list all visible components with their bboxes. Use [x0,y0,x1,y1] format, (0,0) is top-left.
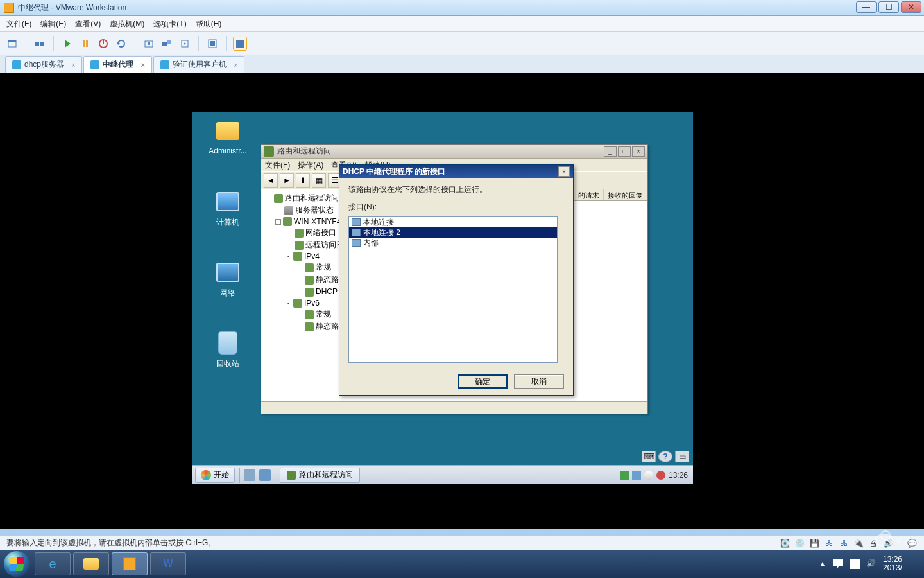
quicklaunch-desktop-icon[interactable] [259,469,271,481]
host-start-button[interactable] [4,551,30,577]
vmware-icon [123,557,136,570]
tb-fullscreen-icon[interactable] [233,37,247,51]
mmc-minimize-button[interactable]: _ [604,146,617,157]
menu-tabs[interactable]: 选项卡(T) [153,19,186,30]
host-date[interactable]: 2013/ [883,564,902,572]
taskbar-word[interactable]: W [150,552,186,575]
vm-display-area[interactable]: Administr... 计算机 网络 回收站 路由和远程访问 [0,73,924,529]
interface-list-item[interactable]: 本地连接 [349,217,557,227]
interface-list-item[interactable]: 本地连接 2 [349,227,557,238]
tab-close-icon[interactable]: × [71,61,75,69]
guest-systray[interactable]: 13:26 [615,471,693,480]
menu-help[interactable]: 帮助(H) [196,19,222,30]
desktop-icon-network[interactable]: 网络 [205,259,250,299]
guest-device-icon[interactable]: ⌨ [642,451,656,462]
tb-suspend-icon[interactable] [78,37,92,51]
tree-node-icon [293,252,302,261]
interface-list-item[interactable]: 内部 [349,238,557,248]
tb-revert-icon[interactable] [178,37,192,51]
status-net2-icon[interactable]: 🖧 [838,538,850,548]
tb-home-icon[interactable] [5,37,19,51]
nav-forward-icon[interactable]: ► [280,173,294,188]
status-cd-icon[interactable]: 💿 [794,538,805,548]
svg-rect-3 [40,42,44,46]
dialog-title-text: DHCP 中继代理程序 的新接口 [343,166,445,177]
taskbar-explorer[interactable] [73,552,109,575]
status-hdd-icon[interactable]: 💽 [779,538,791,548]
tree-node-icon [295,229,304,238]
tree-expand-icon[interactable]: - [286,254,291,259]
nav-up-icon[interactable]: ⬆ [296,173,310,188]
nav-back-icon[interactable]: ◄ [264,173,278,188]
tray-updates-icon[interactable] [644,471,653,480]
tree-expand-icon[interactable]: - [275,219,281,225]
desktop-icon-recycle-bin[interactable]: 回收站 [205,330,250,369]
windows-logo-icon [201,470,211,480]
status-floppy-icon[interactable]: 💾 [809,538,820,548]
dialog-titlebar[interactable]: DHCP 中继代理程序 的新接口 × [339,165,573,178]
tray-network-icon[interactable] [632,471,641,480]
desktop-icon-computer[interactable]: 计算机 [205,189,250,228]
tray-shield-icon[interactable] [620,471,629,480]
host-maximize-button[interactable]: ☐ [878,1,899,13]
menu-edit[interactable]: 编辑(E) [40,19,66,30]
tb-power-off-icon[interactable] [96,37,110,51]
mmc-maximize-button[interactable]: □ [618,146,631,157]
desktop-icon-administrator[interactable]: Administr... [205,118,250,155]
tray-volume-icon[interactable]: 🔊 [866,559,877,569]
tb-snapshot-icon[interactable] [142,37,156,51]
tree-node-icon [305,322,314,331]
taskbar-vmware[interactable] [112,552,148,575]
tray-alert-icon[interactable] [656,471,665,480]
menu-file[interactable]: 文件(F) [6,19,31,30]
tree-expand-icon[interactable]: - [286,301,291,306]
menu-vm[interactable]: 虚拟机(M) [110,19,144,30]
tab-relay-agent[interactable]: 中继代理 × [83,56,151,73]
taskbar-task-rras[interactable]: 路由和远程访问 [280,468,360,483]
ok-button[interactable]: 确定 [458,374,508,389]
col-requests[interactable]: 的请求 [574,189,604,200]
host-close-button[interactable]: ✕ [901,1,921,13]
svg-rect-13 [167,40,171,44]
cancel-button[interactable]: 取消 [514,374,564,389]
status-net1-icon[interactable]: 🖧 [823,538,835,548]
mmc-menu-action[interactable]: 操作(A) [298,160,323,171]
host-systray[interactable]: ▲ 🔊 13:26 2013/ [814,552,920,575]
col-replies[interactable]: 接收的回复 [604,189,647,200]
nic-icon [352,218,361,226]
guest-start-button[interactable]: 开始 [195,468,235,483]
dialog-description: 该路由协议在您下列选择的接口上运行。 [348,184,564,195]
tb-snapshot-mgr-icon[interactable] [160,37,174,51]
tb-reset-icon[interactable] [114,37,128,51]
guest-desktop[interactable]: Administr... 计算机 网络 回收站 路由和远程访问 [193,112,693,484]
guest-expand-icon[interactable]: ▭ [675,451,689,462]
taskbar-ie[interactable]: e [35,552,71,575]
task-label: 路由和远程访问 [299,469,353,480]
guest-help-icon[interactable]: ? [658,451,672,462]
tab-dhcp-server[interactable]: dhcp服务器 × [5,56,82,73]
tab-client[interactable]: 验证使用客户机 × [153,56,244,73]
guest-clock[interactable]: 13:26 [669,471,688,480]
tb-connect-icon[interactable] [33,37,47,51]
menu-view[interactable]: 查看(V) [75,19,101,30]
tray-expand-icon[interactable]: ▲ [819,559,826,568]
mmc-close-button[interactable]: × [632,146,645,157]
tab-close-icon[interactable]: × [141,61,144,69]
vmware-menubar[interactable]: 文件(F) 编辑(E) 查看(V) 虚拟机(M) 选项卡(T) 帮助(H) [0,16,924,32]
mmc-titlebar[interactable]: 路由和远程访问 _ □ × [261,144,647,159]
tb-power-on-icon[interactable] [60,37,74,51]
host-minimize-button[interactable]: — [856,1,877,13]
tray-action-center-icon[interactable] [833,559,843,569]
dialog-close-button[interactable]: × [558,166,570,177]
interface-list[interactable]: 本地连接本地连接 2内部 [348,216,558,363]
tray-network-icon[interactable] [850,559,860,569]
quicklaunch-explorer-icon[interactable] [244,469,255,481]
status-usb-icon[interactable]: 🔌 [853,538,864,548]
tab-close-icon[interactable]: × [234,61,237,69]
mmc-menu-file[interactable]: 文件(F) [265,160,290,171]
tb-unity-icon[interactable] [205,37,219,51]
show-hide-tree-icon[interactable]: ▦ [312,173,326,188]
folder-icon [216,122,239,140]
vmware-toolbar [0,32,924,55]
show-desktop-button[interactable] [909,552,915,575]
